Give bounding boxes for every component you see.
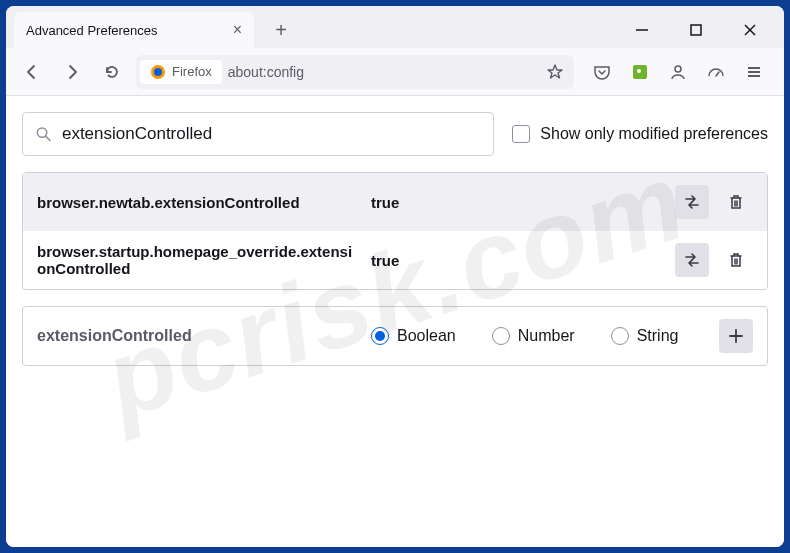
radio-label: Boolean	[397, 327, 456, 345]
bookmark-star-icon[interactable]	[546, 63, 564, 81]
new-pref-name: extensionControlled	[37, 327, 357, 345]
minimize-button[interactable]	[630, 18, 654, 42]
url-bar[interactable]: Firefox about:config	[136, 55, 574, 89]
window-controls	[630, 18, 776, 42]
pref-value: true	[371, 252, 661, 269]
preferences-table: browser.newtab.extensionControlled true …	[22, 172, 768, 290]
pref-name: browser.newtab.extensionControlled	[37, 194, 357, 211]
pref-row[interactable]: browser.newtab.extensionControlled true	[23, 173, 767, 231]
toggle-button[interactable]	[675, 185, 709, 219]
toggle-button[interactable]	[675, 243, 709, 277]
maximize-button[interactable]	[684, 18, 708, 42]
pocket-icon[interactable]	[588, 58, 616, 86]
svg-line-14	[46, 136, 50, 140]
radio-label: String	[637, 327, 679, 345]
search-input[interactable]	[62, 124, 481, 144]
svg-point-5	[154, 68, 162, 76]
about-config-content: Show only modified preferences browser.n…	[6, 96, 784, 547]
tab-title: Advanced Preferences	[26, 23, 158, 38]
close-window-button[interactable]	[738, 18, 762, 42]
forward-button[interactable]	[56, 56, 88, 88]
search-icon	[35, 125, 52, 143]
show-modified-toggle[interactable]: Show only modified preferences	[512, 125, 768, 143]
delete-button[interactable]	[719, 185, 753, 219]
pref-value: true	[371, 194, 661, 211]
svg-line-9	[716, 72, 719, 76]
svg-point-8	[675, 66, 681, 72]
radio-icon	[492, 327, 510, 345]
reload-button[interactable]	[96, 56, 128, 88]
pref-row[interactable]: browser.startup.homepage_override.extens…	[23, 231, 767, 289]
close-tab-icon[interactable]: ×	[233, 22, 242, 38]
radio-boolean[interactable]: Boolean	[371, 327, 456, 345]
titlebar: Advanced Preferences × +	[6, 6, 784, 48]
svg-point-7	[637, 69, 641, 73]
radio-icon	[611, 327, 629, 345]
checkbox-icon[interactable]	[512, 125, 530, 143]
delete-button[interactable]	[719, 243, 753, 277]
new-tab-button[interactable]: +	[266, 15, 296, 45]
radio-number[interactable]: Number	[492, 327, 575, 345]
menu-button[interactable]	[740, 58, 768, 86]
radio-string[interactable]: String	[611, 327, 679, 345]
identity-label: Firefox	[172, 64, 212, 79]
radio-icon	[371, 327, 389, 345]
back-button[interactable]	[16, 56, 48, 88]
url-text: about:config	[228, 64, 540, 80]
pref-name: browser.startup.homepage_override.extens…	[37, 243, 357, 277]
type-radio-group: Boolean Number String	[371, 327, 705, 345]
new-pref-row: extensionControlled Boolean Number Strin…	[22, 306, 768, 366]
svg-rect-1	[691, 25, 701, 35]
firefox-icon	[150, 64, 166, 80]
browser-toolbar: Firefox about:config	[6, 48, 784, 96]
dashboard-icon[interactable]	[702, 58, 730, 86]
extension-icon[interactable]	[626, 58, 654, 86]
account-icon[interactable]	[664, 58, 692, 86]
search-box[interactable]	[22, 112, 494, 156]
radio-label: Number	[518, 327, 575, 345]
identity-box[interactable]: Firefox	[140, 60, 222, 84]
show-modified-label: Show only modified preferences	[540, 125, 768, 143]
browser-tab[interactable]: Advanced Preferences ×	[14, 12, 254, 48]
add-pref-button[interactable]	[719, 319, 753, 353]
